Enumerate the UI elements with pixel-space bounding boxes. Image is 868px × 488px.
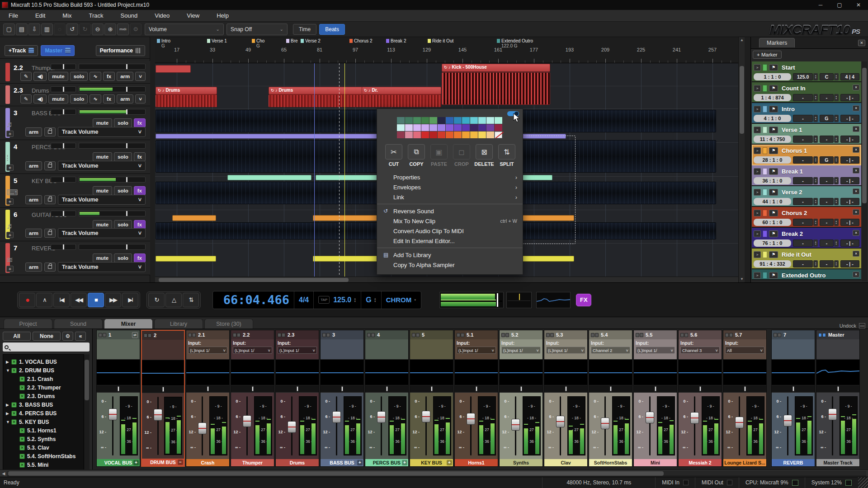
pan-slider[interactable] [410,385,453,393]
input-select[interactable]: (L)Input 1/˅ [278,347,317,354]
ruler-marker-bre[interactable]: Bre [286,38,298,44]
color-swatch[interactable] [454,131,462,138]
fader-handle[interactable] [556,416,565,427]
tree-checkbox[interactable]: ✕ [19,454,25,459]
channel-name-plate[interactable]: Crash [186,459,229,466]
fx-button[interactable]: fx [134,152,146,161]
delete-marker-button[interactable]: ✕ [853,230,859,236]
expand-marker-button[interactable]: > [754,147,761,154]
tempo-spinner[interactable]: ▲▼ [813,73,818,80]
channel-name-plate[interactable]: Drums [276,459,319,466]
fx-button[interactable]: fx [134,220,146,229]
channel-strip-2.1[interactable]: 2.1Input:(L)Input 1/˅0 -6 -12 -∞ -- 9 --… [186,330,230,467]
loop-record-button[interactable]: ∧ [36,293,52,307]
track-volume-select[interactable]: Track Volume˅ [58,195,146,205]
lock-icon[interactable] [44,229,56,238]
pan-handle[interactable] [162,387,164,392]
marker-chorus-2[interactable]: >⚑Chorus 2✕60 : 1 : 0-▲▼-▲▼- | - [752,207,861,228]
tab-library[interactable]: Library [154,319,203,328]
tree-checkbox[interactable]: ✕ [11,359,17,365]
tempo-spinner[interactable]: ▲▼ [813,94,818,101]
volume-slider[interactable] [79,177,146,183]
eq-display[interactable] [634,359,677,385]
eq-display[interactable] [186,359,229,385]
lock-icon[interactable] [44,263,56,272]
mixer-search-input[interactable] [3,343,90,352]
pan-handle[interactable] [476,386,477,391]
key-spinner[interactable]: ▲▼ [834,260,839,267]
fader-track[interactable] [336,396,337,455]
arm-button[interactable]: arm [117,94,133,103]
tab-store-30-[interactable]: Store (30) [204,319,253,328]
channel-name-plate[interactable]: REVERB [772,459,815,466]
arm-button[interactable]: arm [25,195,42,204]
tree-checkbox[interactable]: ✕ [11,411,17,416]
pan-handle[interactable] [699,386,701,391]
marker-key-field[interactable]: - [820,260,834,267]
input-select[interactable]: All˅ [725,347,764,354]
delete-marker-button[interactable]: ✕ [853,126,859,132]
color-swatch[interactable] [486,124,494,131]
fader-handle[interactable] [828,408,837,420]
markers-scrollbar[interactable] [862,61,867,282]
marker-count-in[interactable]: >⚑Count In✕1 : 4 : 874-▲▼-▲▼- | - [752,82,861,103]
menu-edit[interactable]: Edit [27,10,54,21]
track-3[interactable]: 3BASS BUS♬mutesolofx+armTrack Volume˅ [0,106,150,140]
pan-slider[interactable] [544,385,587,393]
menu-item-add-to-library[interactable]: ▤Add To Library [377,250,523,260]
pan-slider[interactable] [51,143,76,149]
tempo-spinner[interactable]: ▲▼ [813,177,818,184]
collapse-sidebar-button[interactable]: « [75,332,86,341]
marker-key-field[interactable]: - [820,198,834,205]
markers-tab[interactable]: Markers [759,38,795,47]
channel-strip-5.7[interactable]: 5.7Input:All˅0 -6 -12 -∞ -- 9 -- 18 -- 2… [723,330,767,467]
pan-handle[interactable] [118,386,119,391]
fader-handle[interactable] [288,421,296,433]
chevron-down-icon[interactable]: ˅ [135,94,146,103]
tree-item-2-2-thumper[interactable]: ✕2.2. Thumper [3,383,84,392]
fader-handle[interactable] [467,413,475,425]
expand-marker-button[interactable]: > [754,189,761,196]
beats-mode-button[interactable]: Beats [319,24,345,35]
save-icon[interactable]: ▥ [41,23,53,35]
open-project-icon[interactable]: ▤ [16,23,28,35]
fader-track[interactable] [470,396,472,455]
marker-key-field[interactable]: C [820,73,834,80]
channel-strip-5[interactable]: 50 -6 -12 -∞ -- 9 -- 18 -- 27 -- 36 -KEY… [410,330,453,467]
color-swatch[interactable] [405,124,413,131]
pan-slider[interactable] [816,385,859,393]
color-swatch[interactable] [429,124,437,131]
key-spinner[interactable]: ▲▼ [834,198,839,205]
fader-track[interactable] [381,396,382,455]
playhead-time-display[interactable]: 66:04.466 [213,291,294,309]
track-2.3[interactable]: 2.3Drums✎◀)mutesolo∿fxarm˅ [0,84,150,106]
marker-key-field[interactable]: G [820,115,834,122]
fader-handle[interactable] [243,415,251,427]
menu-item-link[interactable]: Link› [377,192,523,202]
time-mode-button[interactable]: Time [293,24,316,35]
marker-time-field[interactable]: 60 : 1 : 0 [754,219,791,226]
ruler-marker-extended-outro[interactable]: Extended Outro122.0 G [497,38,533,44]
key-spinner[interactable]: ▲▼ [374,297,377,303]
fader-handle[interactable] [690,412,699,424]
track-2.2[interactable]: 2.2Thumper✎◀)mutesolo∿fxarm˅ [0,61,150,84]
color-swatch[interactable] [413,124,421,131]
marker-extended-outro[interactable]: >⚑Extended Outro✕ [752,269,861,280]
marker-verse-1[interactable]: >⚑Verse 1✕11 : 4 : 750-▲▼-▲▼- | - [752,124,861,145]
tree-expander-icon[interactable]: ▼ [6,368,11,373]
solo-button[interactable]: solo [114,118,132,127]
go-to-start-button[interactable]: I◀ [53,293,70,307]
tree-checkbox[interactable]: ✕ [19,376,25,382]
fader-track[interactable] [157,397,159,455]
eq-display[interactable] [231,359,274,385]
marker-time-field[interactable]: 4 : 1 : 0 [754,115,791,122]
percs-clip-1[interactable] [227,175,311,180]
fast-forward-button[interactable]: ▶▶ [105,293,121,307]
tree-checkbox[interactable]: ✕ [19,436,25,442]
key-spinner[interactable]: ▲▼ [834,73,839,80]
menu-item-reverse-sound[interactable]: ↺Reverse Sound [377,206,523,216]
key-spinner[interactable]: ▲▼ [834,219,839,226]
fader-track[interactable] [694,396,695,455]
color-swatch[interactable] [438,117,445,124]
tree-checkbox[interactable]: ✕ [11,402,17,408]
